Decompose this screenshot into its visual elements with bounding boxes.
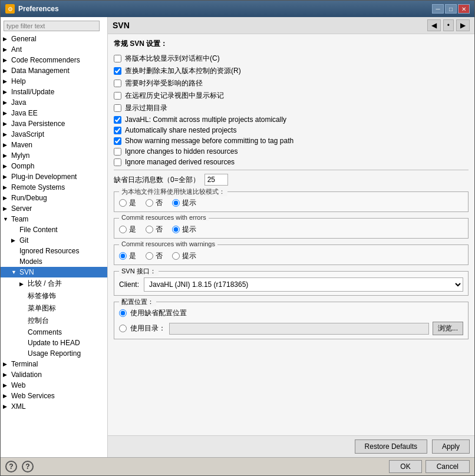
sidebar-item-maven[interactable]: ▶ Maven [1,140,107,150]
sidebar-item-models[interactable]: Models [1,256,107,267]
radio-errors-yes[interactable] [119,226,127,233]
main-panel: SVN ◀ • ▶ 常规 SVN 设置： 将版本比较显示到对话框中(C) 查换时… [108,17,474,457]
sidebar-item-team[interactable]: ▼ Team [1,214,107,224]
radio-local-no[interactable] [146,199,153,207]
sidebar-item-menu-icons[interactable]: 菜单图标 [1,302,107,315]
apply-button[interactable]: Apply [432,439,470,454]
ok-button[interactable]: OK [389,460,421,473]
sidebar-item-ignored-resources[interactable]: Ignored Resources [1,246,107,256]
cancel-button[interactable]: Cancel [425,460,470,473]
checkbox-auto-add-input[interactable] [114,67,121,75]
sidebar-item-help[interactable]: ▶ Help [1,76,107,87]
sidebar-item-console[interactable]: 控制台 [1,315,107,327]
close-button[interactable]: ✕ [458,4,470,14]
sidebar-item-java[interactable]: ▶ Java [1,97,107,108]
radio-warnings-yes[interactable] [119,252,127,260]
radio-warnings-no[interactable] [146,252,153,260]
sidebar-item-web-services[interactable]: ▶ Web Services [1,391,107,401]
arrow-icon: ▶ [3,206,11,211]
sidebar-item-javascript[interactable]: ▶ JavaScript [1,129,107,140]
checkbox-show-warning-input[interactable] [114,137,121,145]
sidebar-item-remote-systems[interactable]: ▶ Remote Systems [1,182,107,193]
radio-use-dir[interactable] [119,325,127,332]
checkbox-auto-add-label[interactable]: 查换时删除未加入版本控制的资源(R) [125,66,241,76]
sidebar-item-server[interactable]: ▶ Server [1,203,107,214]
sidebar-item-ant[interactable]: ▶ Ant [1,44,107,55]
radio-warnings-prompt-label[interactable]: 提示 [182,251,196,261]
sidebar-item-general[interactable]: ▶ General [1,34,107,44]
sidebar-item-file-content[interactable]: File Content [1,224,107,235]
radio-local-prompt-label[interactable]: 提示 [182,198,196,208]
sidebar-item-code-recommenders[interactable]: ▶ Code Recommenders [1,55,107,65]
radio-local-no-label[interactable]: 否 [156,198,163,208]
sidebar-search[interactable] [4,21,100,31]
help-icon-2[interactable]: ? [22,461,34,472]
config-dir-input[interactable] [169,323,429,335]
checkbox-show-diff-input[interactable] [114,55,121,62]
radio-warnings-no-label[interactable]: 否 [156,251,163,261]
checkbox-show-outdated-input[interactable] [114,104,121,112]
help-icon-1[interactable]: ? [5,461,17,472]
radio-use-dir-label[interactable]: 使用目录： [130,323,166,333]
radio-warnings-prompt[interactable] [172,252,180,260]
checkbox-show-warning-label[interactable]: Show warning message before committing t… [125,137,293,145]
radio-local-prompt[interactable] [172,199,180,207]
checkbox-list-affected-label[interactable]: 需要时列举受影响的路径 [125,78,203,88]
sidebar-item-validation[interactable]: ▶ Validation [1,369,107,380]
radio-errors-no[interactable] [146,226,153,233]
radio-local-yes-label[interactable]: 是 [129,198,136,208]
checkbox-ignore-hidden-label[interactable]: Ignore changes to hidden resources [125,147,237,156]
back-button[interactable]: ◀ [427,19,441,31]
sidebar-item-svn[interactable]: ▼ SVN [1,267,107,277]
svn-client-select[interactable]: JavaHL (JNI) 1.8.15 (r1718365) SVNKit Ja… [144,277,463,292]
checkbox-show-diff-label[interactable]: 将版本比较显示到对话框中(C) [125,54,220,64]
radio-use-default[interactable] [119,309,127,317]
radio-errors-prompt-label[interactable]: 提示 [182,224,196,234]
radio-use-default-label[interactable]: 使用缺省配置位置 [130,308,187,318]
checkbox-javahl-commit-input[interactable] [114,116,121,124]
sidebar-item-usage-reporting[interactable]: Usage Reporting [1,348,107,359]
sidebar-item-install-update[interactable]: ▶ Install/Update [1,87,107,97]
checkbox-auto-share-input[interactable] [114,127,121,134]
radio-errors-no-label[interactable]: 否 [156,224,163,234]
checkbox-ignore-managed-label[interactable]: Ignore managed derived resources [125,158,235,166]
checkbox-show-outdated-label[interactable]: 显示过期目录 [125,103,167,113]
radio-warnings-yes-label[interactable]: 是 [129,251,136,261]
checkbox-javahl-commit-label[interactable]: JavaHL: Commit across multiple projects … [125,115,286,124]
checkbox-ignore-hidden-input[interactable] [114,148,121,156]
sidebar-item-compare-merge[interactable]: ▶ 比较 / 合并 [1,277,107,290]
checkbox-show-remote-marks-input[interactable] [114,92,121,100]
restore-defaults-button[interactable]: Restore Defaults [355,439,427,454]
sidebar-item-comments[interactable]: Comments [1,327,107,338]
checkbox-list-affected-input[interactable] [114,80,121,87]
sidebar-item-run-debug[interactable]: ▶ Run/Debug [1,193,107,203]
sidebar-item-git[interactable]: ▶ Git [1,235,107,246]
dot-button[interactable]: • [443,19,454,31]
browse-button[interactable]: 浏览... [433,322,463,335]
log-count-input[interactable] [204,174,228,186]
sidebar-item-web[interactable]: ▶ Web [1,380,107,391]
checkbox-ignore-managed-input[interactable] [114,158,121,166]
maximize-button[interactable]: □ [445,4,457,14]
panel-title: SVN [113,21,130,30]
sidebar-item-plugin-development[interactable]: ▶ Plug-in Development [1,171,107,182]
sidebar-item-label-decor[interactable]: 标签修饰 [1,290,107,302]
sidebar-item-data-management[interactable]: ▶ Data Management [1,65,107,76]
radio-local-yes[interactable] [119,199,127,207]
arrow-icon: ▶ [3,36,11,42]
checkbox-show-remote-marks-label[interactable]: 在远程历史记录视图中显示标记 [125,91,224,101]
sidebar-item-mylyn[interactable]: ▶ Mylyn [1,150,107,161]
forward-button[interactable]: ▶ [456,19,470,31]
minimize-button[interactable]: ─ [432,4,444,14]
sidebar-item-xml[interactable]: ▶ XML [1,401,107,412]
sidebar-item-java-persistence[interactable]: ▶ Java Persistence [1,118,107,129]
arrow-icon: ▶ [3,153,11,158]
window-title: Preferences [18,5,59,13]
sidebar-item-java-ee[interactable]: ▶ Java EE [1,108,107,118]
radio-errors-prompt[interactable] [172,226,180,233]
sidebar-item-update-to-head[interactable]: Update to HEAD [1,338,107,348]
radio-errors-yes-label[interactable]: 是 [129,224,136,234]
sidebar-item-terminal[interactable]: ▶ Terminal [1,359,107,369]
checkbox-auto-share-label[interactable]: Automatically share nested projects [125,126,236,134]
sidebar-item-oomph[interactable]: ▶ Oomph [1,161,107,171]
